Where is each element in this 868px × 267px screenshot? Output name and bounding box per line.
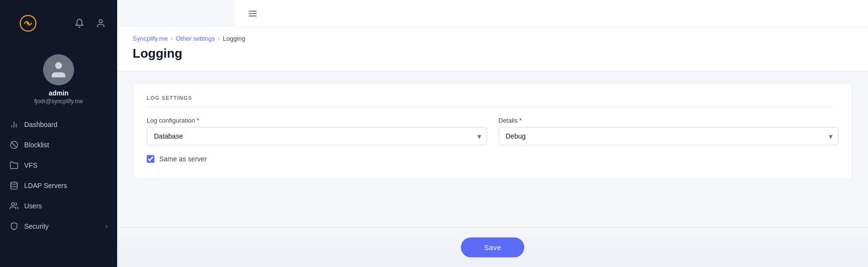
admin-name: admin	[48, 89, 68, 97]
breadcrumb-sep-2: ›	[218, 35, 220, 42]
sidebar-item-users[interactable]: Users	[0, 196, 117, 216]
page-title: Logging	[133, 46, 853, 61]
security-label: Security	[24, 222, 49, 230]
save-button[interactable]: Save	[461, 237, 524, 257]
sidebar-item-security[interactable]: Security ›	[0, 216, 117, 236]
svg-point-3	[55, 62, 62, 69]
hamburger-icon	[248, 9, 258, 18]
page-header: Syncplify.me › Other settings › Logging …	[117, 27, 868, 71]
save-footer: Save	[117, 227, 868, 267]
same-as-server-checkbox[interactable]	[147, 155, 154, 163]
chart-icon	[10, 120, 18, 129]
vfs-label: VFS	[24, 161, 37, 169]
details-select-wrapper: Debug Info Warning Error ▾	[499, 127, 839, 145]
blocklist-label: Blocklist	[24, 141, 49, 149]
sidebar: admin fjodr@syncplify.me Dashboard Block…	[0, 0, 117, 267]
ldap-icon	[10, 181, 18, 190]
bell-icon	[75, 18, 84, 28]
breadcrumb-syncplify[interactable]: Syncplify.me	[133, 35, 168, 42]
svg-point-6	[11, 182, 17, 185]
admin-email: fjodr@syncplify.me	[34, 98, 83, 105]
sidebar-item-blocklist[interactable]: Blocklist	[0, 135, 117, 155]
section-title: LOG SETTINGS	[147, 95, 838, 107]
hamburger-button[interactable]	[246, 7, 259, 20]
log-config-label: Log configuration *	[147, 117, 487, 124]
sidebar-item-dashboard[interactable]: Dashboard	[0, 114, 117, 135]
sidebar-top-icons	[73, 16, 107, 30]
sidebar-item-vfs[interactable]: VFS	[0, 155, 117, 175]
dashboard-label: Dashboard	[24, 121, 58, 128]
logo	[10, 6, 46, 41]
log-config-select-wrapper: Database File Syslog ▾	[147, 127, 487, 145]
avatar-icon	[48, 60, 69, 80]
users-label: Users	[24, 202, 42, 210]
log-settings-card: LOG SETTINGS Log configuration * Databas…	[133, 83, 853, 179]
folder-icon	[10, 161, 18, 170]
users-icon	[10, 202, 18, 210]
notification-button[interactable]	[73, 16, 86, 30]
header-bar	[234, 0, 868, 27]
svg-line-5	[12, 142, 17, 148]
block-icon	[10, 141, 18, 149]
log-config-group: Log configuration * Database File Syslog…	[147, 117, 487, 145]
sidebar-header	[0, 0, 117, 47]
ldap-label: LDAP Servers	[24, 182, 67, 189]
avatar-section: admin fjodr@syncplify.me	[0, 47, 117, 110]
form-row-main: Log configuration * Database File Syslog…	[147, 117, 838, 145]
details-select[interactable]: Debug Info Warning Error	[499, 127, 839, 145]
same-as-server-row: Same as server	[147, 155, 838, 163]
sidebar-item-ldap[interactable]: LDAP Servers	[0, 175, 117, 196]
app-logo-icon	[19, 15, 37, 32]
breadcrumb-other-settings[interactable]: Other settings	[176, 35, 215, 42]
user-profile-button[interactable]	[94, 16, 107, 30]
log-config-select[interactable]: Database File Syslog	[147, 127, 487, 145]
breadcrumb-sep-1: ›	[171, 35, 173, 42]
sidebar-nav: Dashboard Blocklist VFS	[0, 114, 117, 267]
details-label: Details *	[499, 117, 839, 124]
breadcrumb: Syncplify.me › Other settings › Logging	[133, 35, 853, 42]
breadcrumb-logging: Logging	[223, 35, 245, 42]
security-chevron-icon: ›	[106, 223, 107, 230]
shield-icon	[10, 222, 18, 231]
svg-point-7	[12, 203, 15, 205]
same-as-server-label[interactable]: Same as server	[159, 155, 207, 163]
avatar	[43, 54, 74, 85]
svg-point-1	[27, 22, 29, 24]
page-body: LOG SETTINGS Log configuration * Databas…	[117, 71, 868, 227]
details-group: Details * Debug Info Warning Error ▾	[499, 117, 839, 145]
svg-point-2	[99, 20, 103, 23]
user-icon	[96, 18, 106, 28]
main-content: Syncplify.me › Other settings › Logging …	[117, 0, 868, 267]
